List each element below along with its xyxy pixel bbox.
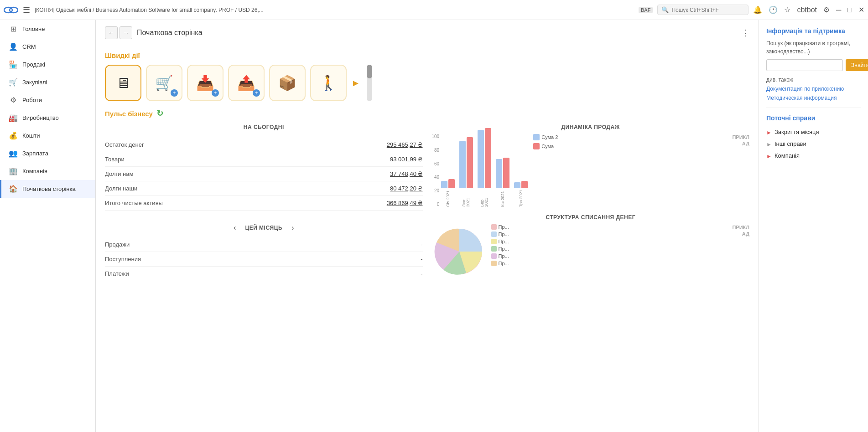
quick-action-pos[interactable]: 🖥 bbox=[105, 65, 141, 101]
pie-legend-3: Пр... bbox=[491, 239, 509, 244]
maximize-icon[interactable]: □ bbox=[847, 6, 852, 14]
month-row-payments: Платежи - bbox=[105, 267, 423, 281]
sidebar-item-purchases[interactable]: 🛒 Закупівлі bbox=[0, 73, 95, 91]
pulse-value-our-debts[interactable]: 80 472,20 ₴ bbox=[390, 185, 422, 192]
affair-other[interactable]: ► Інші справи bbox=[766, 138, 861, 150]
affair-label-close-month: Закриття місяця bbox=[774, 129, 819, 135]
close-icon[interactable]: ✕ bbox=[858, 5, 864, 14]
sidebar-item-funds[interactable]: 💰 Кошти bbox=[0, 127, 95, 144]
sidebar-item-home[interactable]: ⊞ Головне bbox=[0, 20, 95, 38]
month-prev-button[interactable]: ‹ bbox=[234, 224, 236, 232]
docs-link[interactable]: Документация по приложению bbox=[766, 86, 861, 92]
pie-legend-5-label: Пр... bbox=[499, 253, 509, 259]
affair-company[interactable]: ► Компанія bbox=[766, 150, 861, 162]
topbar: ☰ [КОПІЯ] Одеські меблі / Business Autom… bbox=[0, 0, 868, 20]
legend-suma-label: Сума bbox=[541, 144, 554, 149]
bar-apr-red bbox=[503, 158, 509, 188]
sidebar-item-salary[interactable]: 👥 Зарплата bbox=[0, 144, 95, 162]
pulse-row-goods: Товари 93 001,99 ₴ bbox=[105, 152, 423, 167]
pulse-label-cash: Остаток денег bbox=[105, 141, 144, 148]
page-menu-icon[interactable]: ⋮ bbox=[741, 28, 749, 38]
month-row-sales: Продажи - bbox=[105, 237, 423, 252]
topbar-search-box[interactable]: 🔍 bbox=[657, 5, 748, 15]
pulse-value-debts-to-us[interactable]: 37 748,40 ₴ bbox=[390, 170, 422, 177]
sidebar-item-label: Початкова сторінка bbox=[22, 185, 76, 192]
refresh-icon[interactable]: ↻ bbox=[156, 108, 163, 118]
bar-chart-bars: Січ 2021 Лют 2021 bbox=[441, 134, 528, 207]
affair-label-company: Компанія bbox=[774, 152, 800, 159]
star-icon[interactable]: ☆ bbox=[784, 5, 790, 14]
affair-arrow-red-3: ► bbox=[766, 153, 772, 159]
bar-chart-legend: Сума 2 Сума bbox=[533, 134, 558, 149]
home-icon: ⊞ bbox=[9, 25, 18, 33]
username-label[interactable]: cbtbot bbox=[797, 6, 817, 14]
bar-feb-red bbox=[467, 137, 473, 188]
month-value-sales: - bbox=[421, 241, 422, 248]
sidebar-item-crm[interactable]: 👤 CRM bbox=[0, 38, 95, 56]
pie-chart-example-badge: ПРИКЛАД bbox=[732, 224, 749, 237]
sidebar-item-company[interactable]: 🏢 Компанія bbox=[0, 162, 95, 180]
quick-action-person[interactable]: 🚶 bbox=[310, 65, 347, 101]
bar-group-apr: Кві 2021 bbox=[496, 158, 509, 207]
pulse-value-total[interactable]: 366 869,49 ₴ bbox=[387, 200, 423, 206]
pulse-label-our-debts: Долги наши bbox=[105, 185, 137, 192]
sidebar-item-sales[interactable]: 🏪 Продажі bbox=[0, 56, 95, 73]
settings-icon[interactable]: ⚙ bbox=[823, 5, 830, 14]
quick-action-package[interactable]: 📦 bbox=[269, 65, 306, 101]
salary-icon: 👥 bbox=[9, 149, 18, 158]
sidebar-item-label: Продажі bbox=[22, 61, 45, 68]
history-icon[interactable]: 🕐 bbox=[769, 5, 778, 14]
quick-action-send[interactable]: 📤 + bbox=[228, 65, 265, 101]
right-panel-divider bbox=[766, 108, 861, 108]
pulse-content: НА СЬОГОДНІ Остаток денег 295 465,27 ₴ Т… bbox=[105, 124, 749, 281]
month-title: ЦЕЙ МІСЯЦЬ bbox=[245, 225, 282, 231]
pulse-today-section: НА СЬОГОДНІ Остаток денег 295 465,27 ₴ Т… bbox=[105, 124, 423, 281]
svg-point-1 bbox=[10, 7, 18, 13]
sales-icon: 🏪 bbox=[9, 60, 18, 69]
page-title: Початкова сторінка bbox=[137, 29, 737, 37]
receive-icon: 📥 bbox=[196, 74, 214, 92]
person-icon: 🚶 bbox=[319, 74, 338, 92]
charts-section: ДИНАМІКА ПРОДАЖ ПРИКЛАД 100 80 60 40 20 … bbox=[432, 124, 750, 281]
sidebar-item-startpage[interactable]: 🏠 Початкова сторінка bbox=[0, 180, 95, 198]
bar-mar-red bbox=[485, 128, 491, 188]
qa-arrow-right[interactable]: ► bbox=[351, 78, 360, 88]
pie-legend-2: Пр... bbox=[491, 231, 509, 237]
sidebar-item-robots[interactable]: ⚙ Роботи bbox=[0, 91, 95, 109]
sidebar-item-label: Зарплата bbox=[22, 150, 48, 157]
bar-may-blue bbox=[514, 182, 520, 188]
topbar-search-input[interactable] bbox=[671, 7, 744, 13]
bell-icon[interactable]: 🔔 bbox=[753, 5, 762, 14]
nav-forward-button[interactable]: → bbox=[120, 26, 132, 39]
bar-jan-red bbox=[448, 179, 455, 188]
pulse-row-debts-to-us: Долги нам 37 748,40 ₴ bbox=[105, 167, 423, 181]
pie-legend-4-label: Пр... bbox=[499, 246, 509, 252]
legend-suma2: Сума 2 bbox=[533, 134, 558, 140]
methodical-link[interactable]: Методическая информация bbox=[766, 95, 861, 101]
affair-label-other: Інші справи bbox=[774, 140, 806, 147]
info-search-button[interactable]: Знайти bbox=[846, 59, 868, 71]
info-search-input[interactable] bbox=[766, 59, 843, 71]
search-icon: 🔍 bbox=[661, 6, 669, 13]
sidebar-item-production[interactable]: 🏭 Виробництво bbox=[0, 109, 95, 127]
quick-action-receive[interactable]: 📥 + bbox=[187, 65, 223, 101]
affair-close-month[interactable]: ► Закриття місяця bbox=[766, 126, 861, 138]
nav-back-button[interactable]: ← bbox=[105, 26, 118, 39]
pulse-value-goods[interactable]: 93 001,99 ₴ bbox=[390, 156, 422, 163]
topbar-badge: BAF bbox=[639, 7, 653, 13]
minimize-icon[interactable]: ─ bbox=[836, 6, 841, 14]
bar-chart-yaxis: 100 80 60 40 20 0 bbox=[432, 134, 440, 207]
purchases-icon: 🛒 bbox=[9, 78, 18, 87]
month-value-payments: - bbox=[421, 270, 422, 277]
bar-feb-blue bbox=[459, 141, 466, 188]
sidebar-item-label: Кошти bbox=[22, 132, 40, 139]
quick-action-basket[interactable]: 🛒 + bbox=[146, 65, 182, 101]
pulse-label-debts-to-us: Долги нам bbox=[105, 170, 133, 177]
funds-icon: 💰 bbox=[9, 131, 18, 140]
quick-actions-scrollbar[interactable] bbox=[367, 65, 372, 101]
hamburger-icon[interactable]: ☰ bbox=[23, 5, 30, 15]
topbar-actions: 🔔 🕐 ☆ cbtbot ⚙ ─ □ ✕ bbox=[753, 5, 864, 14]
quick-actions-scrollbar-thumb bbox=[367, 65, 372, 78]
pulse-value-cash[interactable]: 295 465,27 ₴ bbox=[387, 141, 423, 148]
month-next-button[interactable]: › bbox=[291, 224, 294, 232]
